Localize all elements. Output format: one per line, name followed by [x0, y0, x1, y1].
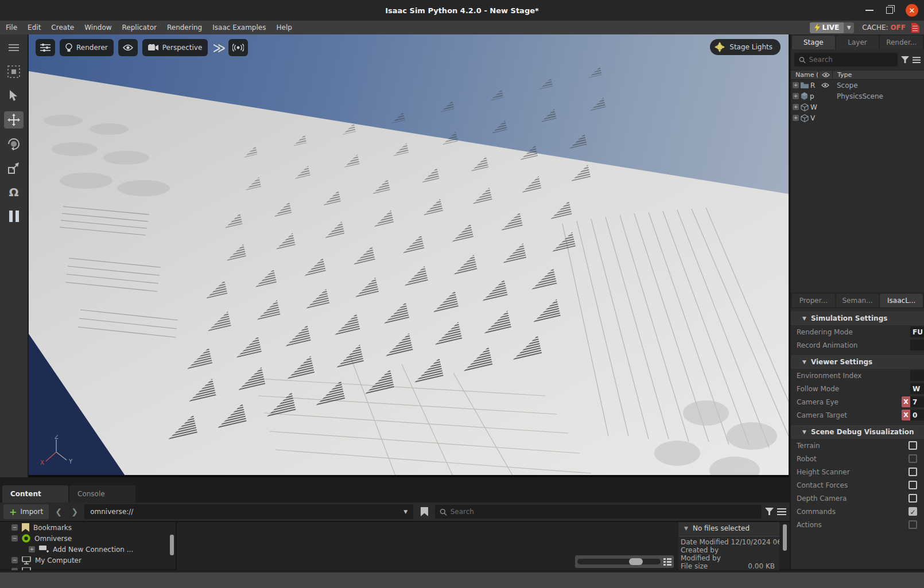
toolbar-expand-button[interactable]: ≫	[212, 41, 224, 55]
eye-icon[interactable]	[821, 83, 829, 88]
menu-edit[interactable]: Edit	[28, 24, 41, 32]
tab-content[interactable]: Content	[2, 485, 68, 503]
select-box-tool-button[interactable]	[4, 63, 24, 80]
stage-row-world1[interactable]: + W	[791, 102, 924, 112]
tree-item-omniverse[interactable]: − Omniverse	[2, 533, 174, 544]
camera-target-field[interactable]: 0	[910, 410, 924, 420]
column-type[interactable]: Type	[832, 71, 924, 79]
viewport-3d[interactable]: Renderer Perspective ≫	[29, 34, 789, 477]
content-search-input[interactable]	[451, 508, 757, 516]
prim-name: V	[810, 114, 815, 122]
close-button[interactable]: ✕	[906, 4, 918, 17]
app-menu-button[interactable]	[4, 39, 24, 56]
rendering-mode-select[interactable]: FU	[910, 326, 924, 337]
zoom-slider-thumb[interactable]	[629, 558, 643, 565]
section-scene-debug[interactable]: ▼ Scene Debug Visualization	[791, 425, 924, 439]
section-viewer-settings[interactable]: ▼ Viewer Settings	[791, 355, 924, 369]
stage-lights-button[interactable]: Stage Lights	[710, 39, 781, 55]
tab-isaaclab[interactable]: IsaacL...	[880, 294, 923, 307]
scale-tool-button[interactable]	[4, 159, 24, 177]
file-grid-area[interactable]	[176, 522, 676, 570]
collapse-icon[interactable]: −	[11, 568, 18, 570]
snap-tool-button[interactable]: Ω	[4, 184, 24, 201]
camera-button[interactable]: Perspective	[142, 39, 208, 56]
contact-forces-checkbox[interactable]	[909, 481, 917, 489]
stage-row-root[interactable]: + R Scope	[791, 80, 924, 91]
field-label: Terrain	[797, 442, 909, 450]
bookmark-button[interactable]	[417, 507, 432, 516]
tab-stage[interactable]: Stage	[792, 36, 835, 49]
minimize-button[interactable]	[865, 10, 873, 11]
audio-button[interactable]	[228, 39, 248, 56]
depth-camera-checkbox[interactable]	[909, 494, 917, 503]
menu-window[interactable]: Window	[84, 24, 111, 32]
camera-eye-field[interactable]: 7	[910, 396, 924, 407]
environment-index-field[interactable]	[910, 370, 924, 381]
nav-back-button[interactable]: ❮	[52, 507, 65, 516]
cache-doc-icon[interactable]	[911, 23, 919, 33]
details-header[interactable]: ▼ No files selected	[678, 522, 779, 535]
path-bar[interactable]: omniverse:// ▼	[84, 504, 413, 519]
maximize-button[interactable]	[886, 7, 893, 14]
import-button[interactable]: + Import	[3, 504, 49, 519]
robot-checkbox[interactable]	[909, 454, 917, 463]
content-search[interactable]	[435, 505, 762, 519]
menu-rendering[interactable]: Rendering	[167, 24, 202, 32]
nav-forward-button[interactable]: ❯	[68, 507, 81, 516]
path-dropdown-icon[interactable]: ▼	[403, 509, 407, 515]
collapse-icon[interactable]: −	[11, 524, 18, 531]
move-tool-button[interactable]	[4, 111, 24, 128]
live-dropdown-button[interactable]: ▼	[844, 22, 854, 33]
menu-replicator[interactable]: Replicator	[122, 24, 157, 32]
terrain-checkbox[interactable]	[909, 441, 917, 450]
record-animation-field[interactable]	[910, 340, 924, 351]
tree-item-add-connection[interactable]: + Add New Connection ...	[2, 544, 174, 555]
eye-icon	[822, 72, 830, 77]
expand-icon[interactable]: +	[793, 115, 799, 121]
options-menu-icon[interactable]	[913, 57, 921, 63]
column-visibility[interactable]	[818, 71, 832, 79]
tree-item-partial[interactable]: −	[2, 566, 174, 570]
live-button[interactable]: LIVE	[810, 22, 844, 33]
list-menu-icon[interactable]	[777, 508, 786, 515]
tree-item-bookmarks[interactable]: − Bookmarks	[2, 522, 174, 533]
expand-icon[interactable]: +	[793, 104, 799, 110]
stage-row-physics[interactable]: + p PhysicsScene	[791, 91, 924, 102]
tree-item-my-computer[interactable]: − My Computer	[2, 555, 174, 566]
menu-isaac-examples[interactable]: Isaac Examples	[212, 24, 266, 32]
column-name[interactable]: Name (O	[791, 71, 818, 79]
tree-scrollbar[interactable]	[170, 535, 174, 555]
select-tool-button[interactable]	[4, 87, 24, 104]
menu-create[interactable]: Create	[51, 24, 74, 32]
tab-console[interactable]: Console	[69, 485, 135, 503]
viewport-settings-button[interactable]	[36, 39, 55, 56]
commands-checkbox[interactable]	[909, 507, 917, 516]
visibility-button[interactable]	[118, 39, 138, 56]
menu-file[interactable]: File	[6, 24, 17, 32]
grid-view-icon[interactable]	[663, 558, 671, 566]
tab-layer[interactable]: Layer	[836, 36, 879, 49]
expand-icon[interactable]: +	[29, 546, 35, 552]
actions-checkbox[interactable]	[909, 520, 917, 529]
follow-mode-select[interactable]: W	[910, 383, 924, 394]
filter-icon[interactable]	[901, 56, 909, 64]
height-scanner-checkbox[interactable]	[909, 468, 917, 476]
pause-button[interactable]	[4, 208, 24, 225]
collapse-icon[interactable]: −	[11, 535, 18, 542]
menu-help[interactable]: Help	[276, 24, 292, 32]
tab-property[interactable]: Proper...	[792, 294, 835, 307]
tab-render[interactable]: Render...	[880, 36, 923, 49]
stage-search-input[interactable]	[809, 56, 893, 64]
renderer-button[interactable]: Renderer	[60, 39, 114, 56]
filter-icon[interactable]	[765, 508, 774, 516]
tab-semantics[interactable]: Seman...	[836, 294, 879, 307]
collapse-icon[interactable]: −	[11, 557, 18, 563]
stage-search[interactable]	[794, 53, 898, 67]
expand-icon[interactable]: +	[793, 82, 799, 88]
stage-row-world2[interactable]: + V	[791, 112, 924, 123]
details-scrollbar[interactable]	[783, 524, 787, 551]
expand-icon[interactable]: +	[793, 93, 799, 99]
zoom-slider[interactable]	[577, 559, 661, 564]
section-simulation-settings[interactable]: ▼ Simulation Settings	[791, 311, 924, 325]
rotate-tool-button[interactable]	[4, 135, 24, 153]
